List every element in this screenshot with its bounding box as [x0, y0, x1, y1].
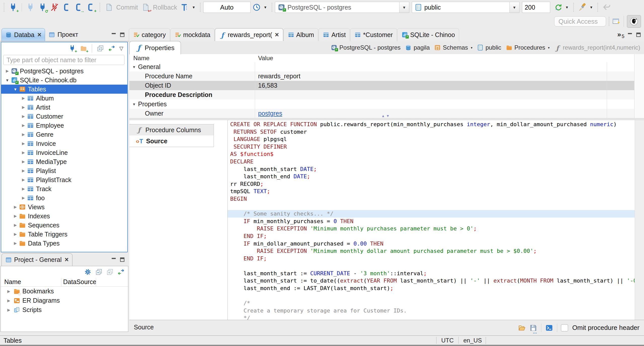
transaction-jump-button[interactable]: →	[73, 3, 85, 12]
chevron-collapsed-icon[interactable]: ▶	[20, 196, 26, 200]
chevron-down-icon[interactable]: ▾	[471, 46, 472, 50]
breadcrumb-pagila[interactable]: pagila	[403, 44, 432, 51]
column-datasource[interactable]: DataSource	[63, 278, 96, 286]
auto-refresh-button[interactable]: ▼	[552, 3, 571, 12]
chevron-collapsed-icon[interactable]: ▶	[20, 114, 26, 119]
tree-item-tables[interactable]: ▼Tables	[1, 85, 127, 94]
property-row-general[interactable]: ▼General	[129, 62, 644, 72]
chevron-collapsed-icon[interactable]: ▶	[12, 205, 18, 209]
tree-item-data-types[interactable]: ▶Data Types	[1, 239, 127, 248]
tree-item-sequences[interactable]: ▶Sequences	[1, 221, 127, 230]
editor-tab-artist[interactable]: Artist	[318, 28, 350, 41]
tree-item-employee[interactable]: ▶Employee	[1, 121, 127, 130]
new-connection-button[interactable]: +	[7, 3, 19, 12]
chevron-collapsed-icon[interactable]: ▶	[12, 241, 18, 246]
chevron-collapsed-icon[interactable]: ▶	[20, 178, 26, 182]
property-row-object-id[interactable]: Object ID16,583	[129, 81, 644, 90]
minimize-icon[interactable]	[111, 32, 117, 38]
chevron-collapsed-icon[interactable]: ▶	[20, 105, 26, 110]
grid-column-name[interactable]: Name	[133, 55, 149, 62]
breadcrumb-postgresql-postgres[interactable]: ✓PostgreSQL - postgres	[329, 44, 403, 51]
connection-combo-arrow[interactable]: ▼	[399, 2, 409, 13]
link-editor-icon[interactable]	[108, 45, 115, 52]
chevron-collapsed-icon[interactable]: ▶	[12, 223, 18, 227]
new-folder-icon[interactable]: +	[80, 45, 87, 52]
tree-item-mediatype[interactable]: ▶MediaType	[1, 157, 127, 166]
source-viewer[interactable]: CREATE OR REPLACE FUNCTION public.reward…	[228, 120, 644, 320]
property-value[interactable]: postgres	[258, 110, 282, 117]
chevron-collapsed-icon[interactable]: ▶	[20, 141, 26, 146]
grid-column-divider[interactable]	[255, 62, 255, 118]
grid-scrollbar[interactable]	[634, 54, 644, 118]
project-item-bookmarks[interactable]: ▶★Bookmarks	[1, 287, 128, 296]
schema-combo[interactable]: public ▼	[412, 2, 519, 13]
column-divider[interactable]	[96, 278, 96, 286]
chevron-collapsed-icon[interactable]: ▶	[12, 232, 18, 236]
save-icon[interactable]: …	[529, 324, 537, 332]
chevron-expanded-icon[interactable]: ▼	[12, 87, 18, 91]
tree-item-playlisttrack[interactable]: ▶PlaylistTrack	[1, 175, 127, 184]
chevron-collapsed-icon[interactable]: ▶	[20, 96, 26, 100]
object-filter-input[interactable]	[3, 55, 125, 65]
chevron-collapsed-icon[interactable]: ▶	[20, 150, 26, 155]
sash-collapse-arrows[interactable]: ▲▼	[381, 114, 391, 118]
property-row-properties[interactable]: ▼Properties	[129, 99, 644, 109]
chevron-collapsed-icon[interactable]: ▶	[20, 132, 26, 137]
project-item-scripts[interactable]: ▶Scripts	[1, 305, 128, 315]
tree-item-genre[interactable]: ▶Genre	[1, 130, 127, 139]
tree-item-playlist[interactable]: ▶Playlist	[1, 166, 127, 175]
minimize-icon[interactable]	[627, 32, 633, 38]
tree-item-album[interactable]: ▶Album	[1, 94, 127, 103]
chevron-collapsed-icon[interactable]: ▶	[20, 168, 26, 173]
chevron-expanded-icon[interactable]: ▼	[4, 78, 10, 82]
collapse-all-icon[interactable]	[95, 268, 102, 275]
dbeaver-perspective-button[interactable]	[627, 15, 641, 28]
view-menu-icon[interactable]: ▽	[119, 45, 123, 51]
perspective-icon[interactable]	[612, 17, 621, 26]
tab-source[interactable]: ‹›T Source	[129, 135, 214, 147]
property-row-procedure-description[interactable]: Procedure Description	[129, 90, 644, 99]
status-timezone[interactable]: UTC	[441, 337, 454, 344]
tree-item-indexes[interactable]: ▶Indexes	[1, 212, 127, 221]
column-name[interactable]: Name	[4, 278, 21, 286]
chevron-expanded-icon[interactable]: ▼	[132, 102, 136, 106]
reconnect-button[interactable]	[36, 3, 49, 12]
transaction-log-button[interactable]: ▼	[179, 3, 197, 12]
collapse-all-icon[interactable]	[97, 45, 104, 52]
chevron-collapsed-icon[interactable]: ▶	[7, 298, 13, 303]
tree-item-track[interactable]: ▶Track	[1, 184, 127, 193]
tab-project-general[interactable]: Project - General ×	[2, 253, 72, 266]
tab-overflow-button[interactable]: »5	[615, 28, 627, 41]
commit-mode-combo[interactable]: Auto	[203, 2, 251, 13]
tree-item-artist[interactable]: ▶Artist	[1, 103, 127, 112]
editor-tab-rewards-report[interactable]: ƒrewards_report(×	[215, 28, 283, 41]
chevron-down-icon[interactable]: ▾	[548, 46, 550, 50]
editor-tab-customer[interactable]: *Customer	[350, 28, 397, 41]
sql-format-button[interactable]: ▼	[577, 3, 595, 12]
tab-properties[interactable]: ƒ Properties	[129, 41, 181, 54]
maximize-icon[interactable]	[119, 32, 125, 38]
editor-tab-sqlite-chinoo[interactable]: ✓SQLite - Chinoo	[397, 28, 459, 41]
commit-button[interactable]: Commit	[103, 3, 140, 12]
open-file-icon[interactable]	[518, 324, 526, 332]
tab-database-navigator[interactable]: Databa ×	[2, 28, 45, 41]
quick-access-input[interactable]: Quick Access	[554, 16, 606, 26]
tree-item-customer[interactable]: ▶Customer	[1, 112, 127, 121]
maximize-icon[interactable]	[635, 32, 641, 38]
tree-item-invoice[interactable]: ▶Invoice	[1, 139, 127, 148]
editor-tab-mockdata[interactable]: mockdata	[170, 28, 215, 41]
tab-procedure-columns[interactable]: ƒ Procedure Columns	[129, 124, 214, 136]
chevron-collapsed-icon[interactable]: ▶	[20, 159, 26, 164]
grid-column-value[interactable]: Value	[258, 55, 273, 62]
editor-tab-album[interactable]: Album	[284, 28, 318, 41]
close-icon[interactable]: ×	[275, 31, 279, 38]
gear-icon[interactable]	[84, 268, 91, 275]
transaction-new-button[interactable]: +	[85, 3, 97, 12]
chevron-expanded-icon[interactable]: ▼	[132, 65, 136, 69]
breadcrumb-rewards-report-int4-numeric[interactable]: ƒrewards_report(int4,numeric)	[552, 44, 642, 51]
tree-item-invoiceline[interactable]: ▶InvoiceLine	[1, 148, 127, 157]
omit-header-checkbox[interactable]	[561, 324, 568, 331]
fetch-size-input[interactable]	[522, 2, 550, 13]
tree-item-table-triggers[interactable]: ▶Table Triggers	[1, 230, 127, 239]
chevron-collapsed-icon[interactable]: ▶	[7, 308, 13, 312]
